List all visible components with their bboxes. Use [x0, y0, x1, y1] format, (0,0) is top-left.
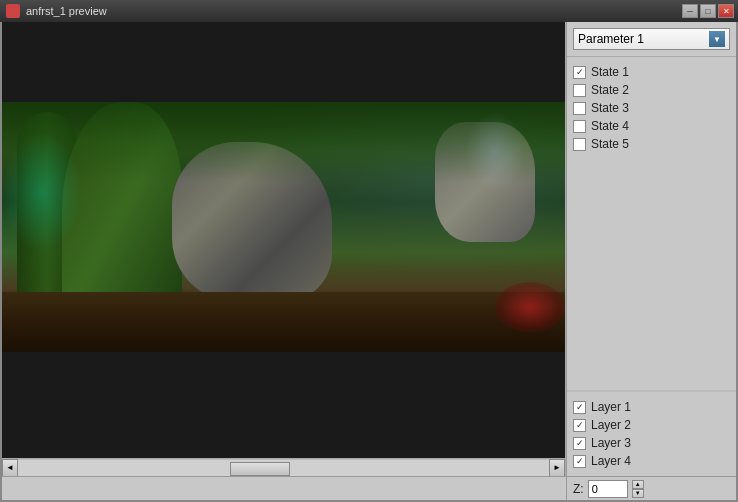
layer-checkbox-1[interactable]: [573, 401, 586, 414]
bottom-bar: Z: ▲ ▼: [2, 476, 736, 500]
layer-label-4: Layer 4: [591, 454, 631, 468]
layer-checkbox-4[interactable]: [573, 455, 586, 468]
z-decrement-button[interactable]: ▼: [632, 489, 644, 498]
layer-item-3[interactable]: Layer 3: [573, 434, 730, 452]
state-checkbox-1[interactable]: [573, 66, 586, 79]
state-label-3: State 3: [591, 101, 629, 115]
z-spinner: ▲ ▼: [632, 480, 644, 498]
layer-label-2: Layer 2: [591, 418, 631, 432]
state-checkbox-3[interactable]: [573, 102, 586, 115]
layer-label-3: Layer 3: [591, 436, 631, 450]
bottom-right-area: Z: ▲ ▼: [566, 477, 736, 500]
states-section: State 1State 2State 3State 4State 5: [567, 57, 736, 391]
scroll-right-button[interactable]: ►: [549, 459, 565, 477]
scene-image: [2, 102, 565, 352]
state-item-2[interactable]: State 2: [573, 81, 730, 99]
scroll-track[interactable]: [18, 459, 549, 477]
window-controls: ─ □ ✕: [682, 4, 734, 18]
state-item-5[interactable]: State 5: [573, 135, 730, 153]
z-increment-button[interactable]: ▲: [632, 480, 644, 489]
canvas-area[interactable]: [2, 22, 565, 458]
state-checkbox-2[interactable]: [573, 84, 586, 97]
preview-panel: ◄ ►: [2, 22, 566, 476]
layer-checkbox-3[interactable]: [573, 437, 586, 450]
bottom-left-area: [2, 477, 566, 500]
ground: [2, 292, 565, 352]
scroll-thumb[interactable]: [230, 462, 290, 476]
layer-item-2[interactable]: Layer 2: [573, 416, 730, 434]
window-title: anfrst_1 preview: [26, 5, 107, 17]
close-button[interactable]: ✕: [718, 4, 734, 18]
parameter-dropdown[interactable]: Parameter 1 ▼: [573, 28, 730, 50]
state-checkbox-5[interactable]: [573, 138, 586, 151]
parameter-section: Parameter 1 ▼: [567, 22, 736, 57]
states-list: State 1State 2State 3State 4State 5: [573, 63, 730, 153]
state-label-1: State 1: [591, 65, 629, 79]
glow-right: [465, 112, 525, 192]
app-icon: [6, 4, 20, 18]
layers-list: Layer 1Layer 2Layer 3Layer 4: [573, 398, 730, 470]
main-window: ◄ ► Parameter 1 ▼ State 1State 2State 3S…: [0, 22, 738, 502]
z-label: Z:: [573, 482, 584, 496]
forest-background: [2, 102, 565, 352]
minimize-button[interactable]: ─: [682, 4, 698, 18]
title-bar: anfrst_1 preview ─ □ ✕: [0, 0, 738, 22]
layer-checkbox-2[interactable]: [573, 419, 586, 432]
scroll-left-button[interactable]: ◄: [2, 459, 18, 477]
state-item-4[interactable]: State 4: [573, 117, 730, 135]
right-panel: Parameter 1 ▼ State 1State 2State 3State…: [566, 22, 736, 476]
state-label-2: State 2: [591, 83, 629, 97]
layer-item-4[interactable]: Layer 4: [573, 452, 730, 470]
content-area: ◄ ► Parameter 1 ▼ State 1State 2State 3S…: [2, 22, 736, 476]
state-item-1[interactable]: State 1: [573, 63, 730, 81]
maximize-button[interactable]: □: [700, 4, 716, 18]
glow-left: [2, 132, 82, 252]
layer-label-1: Layer 1: [591, 400, 631, 414]
title-bar-left: anfrst_1 preview: [6, 4, 107, 18]
layer-item-1[interactable]: Layer 1: [573, 398, 730, 416]
dropdown-arrow-icon: ▼: [709, 31, 725, 47]
parameter-label: Parameter 1: [578, 32, 644, 46]
state-label-5: State 5: [591, 137, 629, 151]
z-input[interactable]: [588, 480, 628, 498]
state-label-4: State 4: [591, 119, 629, 133]
scroll-bar[interactable]: ◄ ►: [2, 458, 565, 476]
layers-section: Layer 1Layer 2Layer 3Layer 4: [567, 391, 736, 476]
state-checkbox-4[interactable]: [573, 120, 586, 133]
state-item-3[interactable]: State 3: [573, 99, 730, 117]
creature-right: [495, 282, 565, 332]
